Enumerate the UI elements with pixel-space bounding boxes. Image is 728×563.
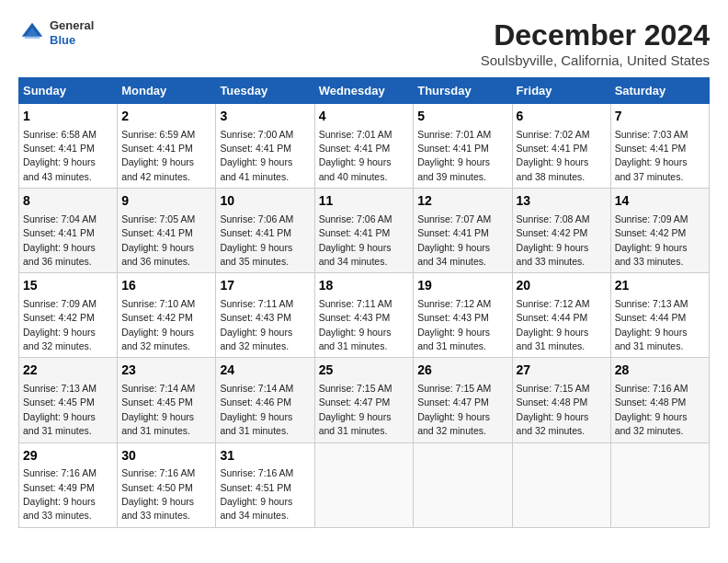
header: General Blue December 2024 Soulsbyville,…	[18, 18, 710, 68]
day-number: 25	[319, 362, 410, 380]
day-info: Sunrise: 7:15 AMSunset: 4:48 PMDaylight:…	[517, 383, 590, 436]
calendar-cell: 25 Sunrise: 7:15 AMSunset: 4:47 PMDaylig…	[314, 358, 414, 442]
calendar-cell: 18 Sunrise: 7:11 AMSunset: 4:43 PMDaylig…	[314, 273, 414, 358]
day-number: 10	[220, 192, 310, 211]
weekday-thursday: Thursday	[414, 78, 512, 104]
day-info: Sunrise: 7:14 AMSunset: 4:45 PMDaylight:…	[121, 383, 195, 436]
calendar-cell: 24 Sunrise: 7:14 AMSunset: 4:46 PMDaylig…	[216, 358, 314, 442]
calendar-cell: 22 Sunrise: 7:13 AMSunset: 4:45 PMDaylig…	[19, 358, 118, 442]
calendar-cell: 13 Sunrise: 7:08 AMSunset: 4:42 PMDaylig…	[512, 189, 610, 273]
day-info: Sunrise: 7:15 AMSunset: 4:47 PMDaylight:…	[319, 383, 392, 436]
day-info: Sunrise: 7:03 AMSunset: 4:41 PMDaylight:…	[615, 129, 688, 182]
day-info: Sunrise: 7:16 AMSunset: 4:48 PMDaylight:…	[615, 383, 688, 436]
calendar-cell: 9 Sunrise: 7:05 AMSunset: 4:41 PMDayligh…	[118, 189, 216, 273]
calendar-cell: 1 Sunrise: 6:58 AMSunset: 4:41 PMDayligh…	[19, 104, 118, 189]
day-number: 6	[517, 108, 607, 126]
day-number: 9	[121, 192, 211, 211]
calendar-cell	[314, 442, 414, 527]
calendar-week-1: 1 Sunrise: 6:58 AMSunset: 4:41 PMDayligh…	[19, 104, 710, 189]
calendar-cell: 31 Sunrise: 7:16 AMSunset: 4:51 PMDaylig…	[216, 442, 314, 527]
day-number: 19	[417, 277, 507, 295]
day-number: 15	[23, 277, 113, 295]
calendar-table: SundayMondayTuesdayWednesdayThursdayFrid…	[18, 77, 710, 528]
calendar-week-5: 29 Sunrise: 7:16 AMSunset: 4:49 PMDaylig…	[19, 442, 710, 527]
day-info: Sunrise: 7:07 AMSunset: 4:41 PMDaylight:…	[417, 213, 491, 267]
calendar-cell: 15 Sunrise: 7:09 AMSunset: 4:42 PMDaylig…	[19, 273, 118, 358]
calendar-cell: 6 Sunrise: 7:02 AMSunset: 4:41 PMDayligh…	[512, 104, 610, 189]
day-number: 7	[615, 108, 705, 126]
calendar-cell	[414, 442, 512, 527]
day-number: 22	[23, 362, 113, 380]
calendar-cell	[512, 442, 610, 527]
calendar-cell: 2 Sunrise: 6:59 AMSunset: 4:41 PMDayligh…	[118, 104, 216, 189]
calendar-cell: 17 Sunrise: 7:11 AMSunset: 4:43 PMDaylig…	[216, 273, 314, 358]
logo-text: General Blue	[50, 18, 94, 47]
calendar-body: 1 Sunrise: 6:58 AMSunset: 4:41 PMDayligh…	[19, 104, 710, 528]
day-info: Sunrise: 6:59 AMSunset: 4:41 PMDaylight:…	[121, 129, 195, 182]
calendar-cell: 3 Sunrise: 7:00 AMSunset: 4:41 PMDayligh…	[216, 104, 314, 189]
calendar-header: SundayMondayTuesdayWednesdayThursdayFrid…	[19, 78, 710, 104]
day-info: Sunrise: 7:16 AMSunset: 4:50 PMDaylight:…	[121, 467, 195, 521]
calendar-cell: 19 Sunrise: 7:12 AMSunset: 4:43 PMDaylig…	[414, 273, 512, 358]
calendar-cell: 5 Sunrise: 7:01 AMSunset: 4:41 PMDayligh…	[414, 104, 512, 189]
calendar-cell: 10 Sunrise: 7:06 AMSunset: 4:41 PMDaylig…	[216, 189, 314, 273]
calendar-cell: 28 Sunrise: 7:16 AMSunset: 4:48 PMDaylig…	[610, 358, 709, 442]
calendar-week-4: 22 Sunrise: 7:13 AMSunset: 4:45 PMDaylig…	[19, 358, 710, 442]
day-info: Sunrise: 7:09 AMSunset: 4:42 PMDaylight:…	[23, 298, 97, 351]
day-number: 12	[417, 192, 507, 211]
day-info: Sunrise: 7:06 AMSunset: 4:41 PMDaylight:…	[220, 213, 293, 267]
calendar-cell: 21 Sunrise: 7:13 AMSunset: 4:44 PMDaylig…	[610, 273, 709, 358]
day-number: 13	[517, 192, 607, 211]
day-number: 31	[220, 447, 310, 465]
day-number: 27	[517, 362, 607, 380]
calendar-cell: 7 Sunrise: 7:03 AMSunset: 4:41 PMDayligh…	[610, 104, 709, 189]
day-number: 18	[319, 277, 410, 295]
day-info: Sunrise: 7:05 AMSunset: 4:41 PMDaylight:…	[121, 213, 195, 267]
day-info: Sunrise: 7:01 AMSunset: 4:41 PMDaylight:…	[417, 129, 491, 182]
day-number: 23	[121, 362, 211, 380]
calendar-cell: 26 Sunrise: 7:15 AMSunset: 4:47 PMDaylig…	[414, 358, 512, 442]
day-number: 1	[23, 108, 113, 126]
calendar-cell: 11 Sunrise: 7:06 AMSunset: 4:41 PMDaylig…	[314, 189, 414, 273]
logo: General Blue	[18, 18, 94, 47]
day-info: Sunrise: 7:14 AMSunset: 4:46 PMDaylight:…	[220, 383, 293, 436]
day-info: Sunrise: 7:09 AMSunset: 4:42 PMDaylight:…	[615, 213, 688, 267]
day-info: Sunrise: 7:12 AMSunset: 4:44 PMDaylight:…	[517, 298, 590, 351]
day-info: Sunrise: 7:11 AMSunset: 4:43 PMDaylight:…	[220, 298, 293, 351]
day-info: Sunrise: 7:10 AMSunset: 4:42 PMDaylight:…	[121, 298, 195, 351]
day-number: 21	[615, 277, 705, 295]
day-number: 5	[417, 108, 507, 126]
logo-blue: Blue	[50, 33, 94, 48]
day-info: Sunrise: 7:06 AMSunset: 4:41 PMDaylight:…	[319, 213, 392, 267]
day-number: 17	[220, 277, 310, 295]
calendar-cell: 23 Sunrise: 7:14 AMSunset: 4:45 PMDaylig…	[118, 358, 216, 442]
calendar-cell: 12 Sunrise: 7:07 AMSunset: 4:41 PMDaylig…	[414, 189, 512, 273]
weekday-wednesday: Wednesday	[314, 78, 414, 104]
calendar-week-2: 8 Sunrise: 7:04 AMSunset: 4:41 PMDayligh…	[19, 189, 710, 273]
subtitle: Soulsbyville, California, United States	[481, 52, 710, 68]
weekday-tuesday: Tuesday	[216, 78, 314, 104]
weekday-saturday: Saturday	[610, 78, 709, 104]
day-number: 24	[220, 362, 310, 380]
day-info: Sunrise: 7:13 AMSunset: 4:45 PMDaylight:…	[23, 383, 97, 436]
day-info: Sunrise: 7:16 AMSunset: 4:51 PMDaylight:…	[220, 467, 293, 521]
day-number: 4	[319, 108, 410, 126]
weekday-sunday: Sunday	[19, 78, 118, 104]
calendar-cell: 30 Sunrise: 7:16 AMSunset: 4:50 PMDaylig…	[118, 442, 216, 527]
day-info: Sunrise: 7:15 AMSunset: 4:47 PMDaylight:…	[417, 383, 491, 436]
day-number: 2	[121, 108, 211, 126]
day-info: Sunrise: 7:01 AMSunset: 4:41 PMDaylight:…	[319, 129, 392, 182]
weekday-friday: Friday	[512, 78, 610, 104]
calendar-cell: 20 Sunrise: 7:12 AMSunset: 4:44 PMDaylig…	[512, 273, 610, 358]
calendar-cell: 8 Sunrise: 7:04 AMSunset: 4:41 PMDayligh…	[19, 189, 118, 273]
day-info: Sunrise: 7:04 AMSunset: 4:41 PMDaylight:…	[23, 213, 97, 267]
logo-general: General	[50, 18, 94, 33]
calendar-cell: 16 Sunrise: 7:10 AMSunset: 4:42 PMDaylig…	[118, 273, 216, 358]
day-number: 28	[615, 362, 705, 380]
day-info: Sunrise: 7:08 AMSunset: 4:42 PMDaylight:…	[517, 213, 590, 267]
calendar-cell: 4 Sunrise: 7:01 AMSunset: 4:41 PMDayligh…	[314, 104, 414, 189]
day-number: 16	[121, 277, 211, 295]
calendar-cell: 29 Sunrise: 7:16 AMSunset: 4:49 PMDaylig…	[19, 442, 118, 527]
day-number: 26	[417, 362, 507, 380]
title-section: December 2024 Soulsbyville, California, …	[481, 18, 710, 68]
